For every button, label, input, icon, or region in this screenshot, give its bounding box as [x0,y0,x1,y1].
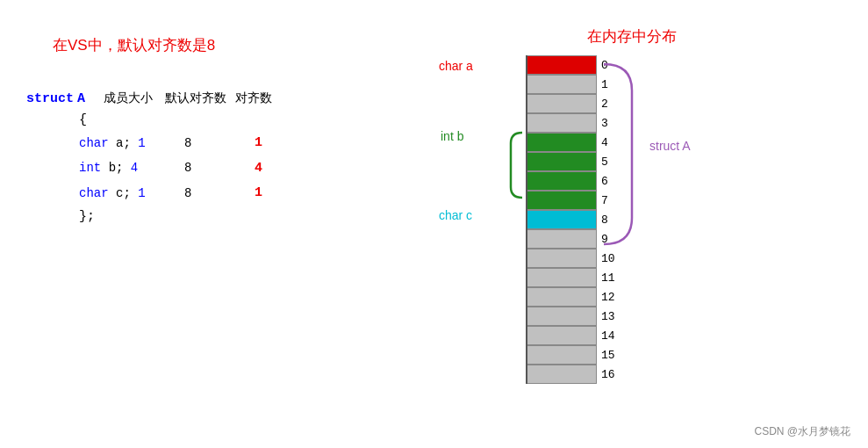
memory-index-9: 9 [601,233,623,246]
memory-row-6: 6 [527,171,623,191]
memory-cell-3 [527,113,597,133]
label-struct-a: struct A [649,139,691,153]
member-align-0: 1 [255,131,307,156]
memory-row-5: 5 [527,152,623,171]
memory-index-8: 8 [601,213,623,227]
member-decl-2: char c; 1 [79,182,184,206]
memory-title: 在内存中分布 [404,26,860,47]
memory-index-13: 13 [601,310,623,323]
memory-cell-16 [527,365,597,384]
memory-index-16: 16 [601,368,623,381]
memory-row-13: 13 [527,307,623,326]
memory-index-4: 4 [601,136,623,149]
memory-index-6: 6 [601,175,623,188]
memory-row-9: 9 [527,229,623,249]
label-char-a: char a [439,59,473,73]
memory-cell-12 [527,287,597,307]
col-align: 对齐数 [235,90,272,106]
member-decl-1: int b; 4 [79,156,184,180]
member-align-2: 1 [255,181,307,206]
memory-row-8: 8 [527,210,623,229]
member-default-2: 8 [184,182,255,206]
memory-index-2: 2 [601,98,623,111]
type-keyword-0: char [79,136,109,150]
memory-row-15: 15 [527,345,623,365]
diagram-container: 012345678910111213141516 char a int b ch… [430,55,764,407]
memory-row-10: 10 [527,249,623,268]
memory-cell-15 [527,345,597,365]
memory-row-7: 7 [527,191,623,210]
memory-cell-4 [527,133,597,152]
memory-cell-14 [527,326,597,345]
memory-cell-8 [527,210,597,229]
vs-title: 在VS中，默认对齐数是8 [53,35,404,55]
memory-cell-1 [527,75,597,94]
memory-index-12: 12 [601,291,623,304]
member-default-0: 8 [184,132,255,155]
memory-index-7: 7 [601,194,623,207]
memory-grid: 012345678910111213141516 [527,55,623,384]
type-keyword-1: int [79,161,101,175]
memory-cell-5 [527,152,597,171]
type-keyword-2: char [79,186,109,200]
memory-index-11: 11 [601,271,623,285]
memory-row-0: 0 [527,55,623,75]
memory-row-14: 14 [527,326,623,345]
member-align-1: 4 [255,156,307,182]
col-default: 默认对齐数 [165,90,235,106]
memory-index-14: 14 [601,329,623,343]
open-brace: { [79,110,404,131]
memory-index-1: 1 [601,78,623,91]
watermark: CSDN @水月梦镜花 [754,424,850,439]
memory-row-11: 11 [527,268,623,287]
memory-row-12: 12 [527,287,623,307]
right-panel: 在内存中分布 012345678910111213141516 char a i… [421,26,860,407]
memory-row-2: 2 [527,94,623,113]
memory-cell-13 [527,307,597,326]
member-row-1: int b; 4 8 4 [79,156,404,182]
close-brace: }; [79,206,404,228]
label-char-c: char c [439,208,472,222]
memory-index-3: 3 [601,117,623,130]
member-row-2: char c; 1 8 1 [79,181,404,206]
member-decl-0: char a; 1 [79,132,184,155]
memory-index-10: 10 [601,252,623,265]
struct-keyword: struct [26,91,74,106]
member-rows: char a; 1 8 1 int b; 4 8 4 char c; 1 8 1 [79,131,404,206]
memory-cell-11 [527,268,597,287]
memory-cell-7 [527,191,597,210]
memory-cell-9 [527,229,597,249]
member-row-0: char a; 1 8 1 [79,131,404,156]
label-int-b: int b [441,129,463,143]
memory-row-1: 1 [527,75,623,94]
col-member: 成员大小 [104,90,165,106]
struct-name: A [77,91,104,106]
memory-row-4: 4 [527,133,623,152]
memory-index-0: 0 [601,59,623,72]
memory-cell-0 [527,55,597,75]
memory-cell-6 [527,171,597,191]
member-default-1: 8 [184,156,255,180]
memory-row-16: 16 [527,365,623,384]
left-panel: 在VS中，默认对齐数是8 struct A 成员大小 默认对齐数 对齐数 { c… [26,35,404,228]
memory-cell-10 [527,249,597,268]
memory-index-5: 5 [601,155,623,169]
memory-row-3: 3 [527,113,623,133]
memory-index-15: 15 [601,349,623,362]
struct-table: struct A 成员大小 默认对齐数 对齐数 { char a; 1 8 1 … [26,90,404,228]
memory-cell-2 [527,94,597,113]
